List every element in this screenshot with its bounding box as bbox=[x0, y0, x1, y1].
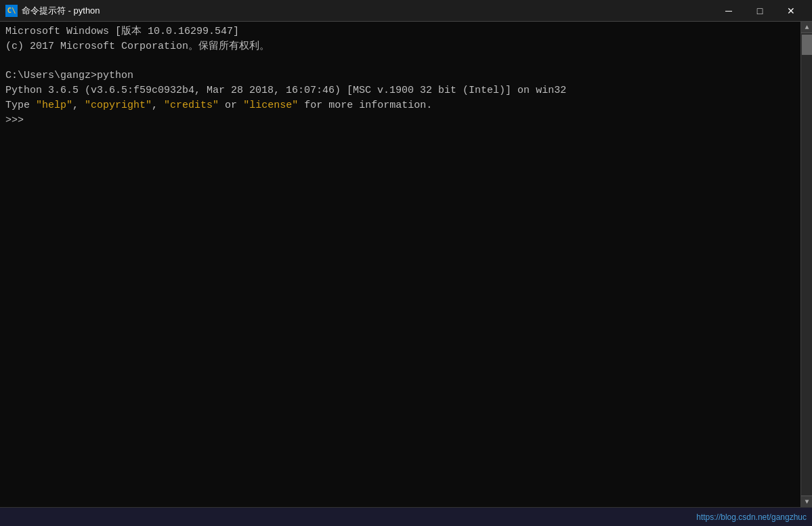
license-keyword: "license" bbox=[243, 100, 298, 111]
app-icon: C\ bbox=[5, 5, 18, 17]
watermark-text: https://blog.csdn.net/gangzhuc bbox=[696, 512, 807, 522]
window: C\ 命令提示符 - python ─ □ ✕ Microsoft Window… bbox=[0, 0, 812, 526]
scroll-down-button[interactable]: ▼ bbox=[801, 495, 812, 507]
scroll-thumb[interactable] bbox=[802, 35, 812, 55]
minimize-button[interactable]: ─ bbox=[713, 0, 744, 22]
copyright-keyword: "copyright" bbox=[85, 100, 152, 111]
console-line-2: (c) 2017 Microsoft Corporation。保留所有权利。 bbox=[5, 39, 795, 54]
console-line-3 bbox=[5, 54, 795, 69]
vertical-scrollbar[interactable]: ▲ ▼ bbox=[800, 22, 812, 507]
scroll-track bbox=[801, 33, 812, 495]
console-text-area: Microsoft Windows [版本 10.0.16299.547] (c… bbox=[0, 22, 800, 130]
help-keyword: "help" bbox=[36, 100, 72, 111]
maximize-button[interactable]: □ bbox=[744, 0, 775, 22]
window-title: 命令提示符 - python bbox=[22, 5, 713, 17]
title-bar: C\ 命令提示符 - python ─ □ ✕ bbox=[0, 0, 812, 22]
console-prompt[interactable]: >>> bbox=[5, 113, 795, 128]
bottom-bar: https://blog.csdn.net/gangzhuc bbox=[0, 507, 812, 526]
scroll-up-button[interactable]: ▲ bbox=[801, 22, 812, 33]
close-button[interactable]: ✕ bbox=[775, 0, 807, 22]
window-controls: ─ □ ✕ bbox=[713, 0, 807, 22]
credits-keyword: "credits" bbox=[164, 100, 219, 111]
console-output[interactable]: Microsoft Windows [版本 10.0.16299.547] (c… bbox=[0, 22, 800, 507]
console-line-4: C:\Users\gangz>python bbox=[5, 68, 795, 83]
console-line-6: Type "help", "copyright", "credits" or "… bbox=[5, 98, 795, 113]
main-area: Microsoft Windows [版本 10.0.16299.547] (c… bbox=[0, 22, 812, 507]
console-line-5: Python 3.6.5 (v3.6.5:f59c0932b4, Mar 28 … bbox=[5, 83, 795, 98]
console-line-1: Microsoft Windows [版本 10.0.16299.547] bbox=[5, 24, 795, 39]
